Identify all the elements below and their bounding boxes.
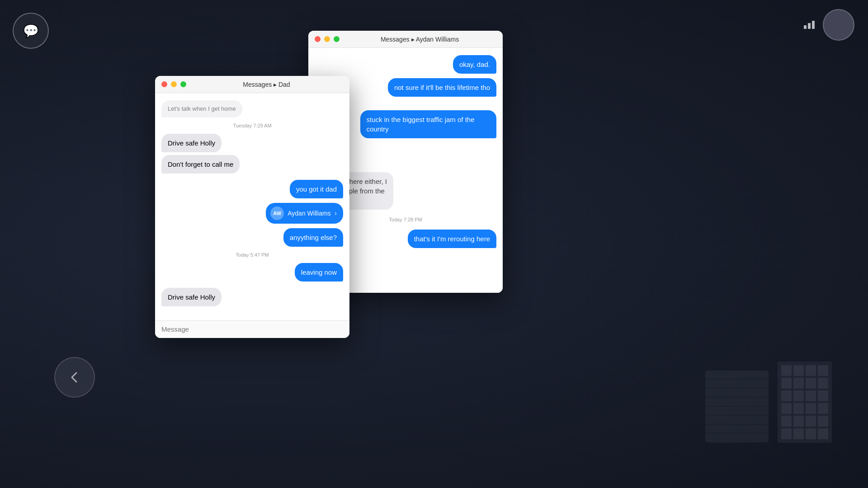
dad-minimize-button[interactable] — [171, 81, 177, 87]
aydan-window-title: Messages ▸ Aydan Williams — [343, 36, 496, 43]
svg-rect-2 — [812, 21, 815, 29]
back-button[interactable] — [54, 357, 95, 398]
app-icon-symbol: 💬 — [23, 23, 39, 38]
dad-titlebar: Messages ▸ Dad — [155, 76, 349, 93]
msg-timestamp-tuesday: Tuesday 7:29 AM — [161, 123, 343, 128]
msg-bubble-drive-safe-1: Drive safe Holly — [161, 134, 222, 152]
aydan-minimize-button[interactable] — [324, 36, 330, 42]
signal-icon — [804, 19, 817, 31]
chevron-right-icon: › — [335, 209, 337, 217]
dad-messages[interactable]: Let's talk when I get home Tuesday 7:29 … — [155, 93, 349, 320]
dad-close-button[interactable] — [161, 81, 167, 87]
msg-bubble-you-got-it: you got it dad — [290, 180, 343, 198]
msg-bubble: okay, dad. — [453, 55, 496, 74]
keyboard-shape — [778, 361, 832, 443]
aydan-maximize-button[interactable] — [334, 36, 340, 42]
msg-bubble: Let's talk when I get home — [161, 100, 242, 117]
right-decor — [705, 361, 832, 443]
message-input-bar[interactable] — [155, 320, 349, 338]
svg-rect-0 — [804, 25, 807, 29]
msg-bubble: that's it I'm rerouting here — [408, 230, 496, 248]
aydan-name: Aydan Williams — [288, 210, 330, 217]
svg-rect-1 — [808, 23, 811, 29]
contact-pill-aydan[interactable]: AW Aydan Williams › — [266, 203, 343, 224]
gear-shape — [705, 371, 769, 443]
aydan-close-button[interactable] — [315, 36, 321, 42]
msg-bubble-dont-forget: Don't forget to call me — [161, 155, 240, 174]
aydan-titlebar: Messages ▸ Aydan Williams — [308, 31, 503, 48]
aydan-avatar: AW — [270, 206, 284, 220]
message-input[interactable] — [161, 325, 343, 333]
dad-window-title: Messages ▸ Dad — [190, 81, 343, 88]
app-icon[interactable]: 💬 — [13, 13, 49, 49]
msg-bubble-drive-safe-2: Drive safe Holly — [161, 288, 222, 306]
msg-bubble-leaving-now: leaving now — [295, 263, 343, 282]
aydan-initials: AW — [273, 211, 281, 216]
msg-timestamp-today: Today 5:47 PM — [161, 252, 343, 258]
msg-bubble: stuck in the biggest traffic jam of the … — [360, 110, 497, 138]
top-right-area — [804, 9, 854, 41]
msg-bubble-anything-else: anyything else? — [283, 228, 343, 247]
profile-avatar[interactable] — [823, 9, 854, 41]
window-dad: Messages ▸ Dad Let's talk when I get hom… — [155, 76, 349, 338]
msg-bubble: not sure if it'll be this lifetime tho — [388, 78, 496, 97]
dad-maximize-button[interactable] — [180, 81, 186, 87]
